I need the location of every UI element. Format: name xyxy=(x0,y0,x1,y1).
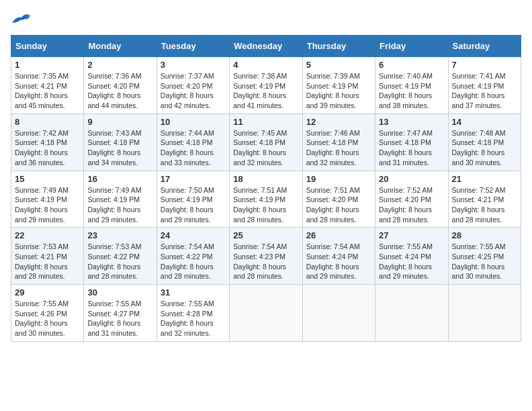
calendar-cell: 19 Sunrise: 7:51 AM Sunset: 4:20 PM Dayl… xyxy=(302,171,375,228)
calendar-cell: 2 Sunrise: 7:36 AM Sunset: 4:20 PM Dayli… xyxy=(84,57,157,114)
day-content: Sunrise: 7:39 AM Sunset: 4:19 PM Dayligh… xyxy=(306,71,371,111)
day-number: 22 xyxy=(15,230,80,240)
day-number: 10 xyxy=(161,117,226,127)
day-content: Sunrise: 7:43 AM Sunset: 4:18 PM Dayligh… xyxy=(87,128,152,168)
calendar-cell: 6 Sunrise: 7:40 AM Sunset: 4:19 PM Dayli… xyxy=(375,57,448,114)
calendar-week-row: 29 Sunrise: 7:55 AM Sunset: 4:26 PM Dayl… xyxy=(11,285,521,342)
calendar-cell xyxy=(230,285,302,342)
calendar-cell: 16 Sunrise: 7:49 AM Sunset: 4:19 PM Dayl… xyxy=(84,171,157,228)
calendar-cell: 12 Sunrise: 7:46 AM Sunset: 4:18 PM Dayl… xyxy=(302,113,375,171)
day-content: Sunrise: 7:50 AM Sunset: 4:19 PM Dayligh… xyxy=(161,185,226,225)
calendar-cell: 3 Sunrise: 7:37 AM Sunset: 4:20 PM Dayli… xyxy=(157,57,229,114)
calendar-cell xyxy=(448,285,521,342)
day-number: 19 xyxy=(306,174,371,184)
day-content: Sunrise: 7:37 AM Sunset: 4:20 PM Dayligh… xyxy=(161,71,226,111)
calendar-cell: 27 Sunrise: 7:55 AM Sunset: 4:24 PM Dayl… xyxy=(375,228,448,285)
day-number: 8 xyxy=(15,117,80,127)
day-content: Sunrise: 7:40 AM Sunset: 4:19 PM Dayligh… xyxy=(379,71,444,111)
day-number: 5 xyxy=(306,60,371,70)
calendar-cell: 14 Sunrise: 7:48 AM Sunset: 4:18 PM Dayl… xyxy=(448,113,521,171)
day-content: Sunrise: 7:55 AM Sunset: 4:27 PM Dayligh… xyxy=(87,299,152,338)
day-number: 30 xyxy=(87,287,152,298)
day-content: Sunrise: 7:55 AM Sunset: 4:25 PM Dayligh… xyxy=(452,242,517,281)
calendar-cell: 18 Sunrise: 7:51 AM Sunset: 4:19 PM Dayl… xyxy=(230,171,302,228)
day-content: Sunrise: 7:35 AM Sunset: 4:21 PM Dayligh… xyxy=(15,71,80,111)
day-content: Sunrise: 7:48 AM Sunset: 4:18 PM Dayligh… xyxy=(452,128,517,168)
day-number: 4 xyxy=(233,60,298,70)
logo-bird-icon xyxy=(11,11,32,27)
calendar-week-row: 22 Sunrise: 7:53 AM Sunset: 4:21 PM Dayl… xyxy=(11,228,521,285)
header xyxy=(11,11,521,27)
day-content: Sunrise: 7:49 AM Sunset: 4:19 PM Dayligh… xyxy=(87,185,152,225)
calendar-week-row: 1 Sunrise: 7:35 AM Sunset: 4:21 PM Dayli… xyxy=(11,57,521,114)
calendar-cell: 15 Sunrise: 7:49 AM Sunset: 4:19 PM Dayl… xyxy=(11,171,84,228)
day-number: 29 xyxy=(15,287,80,298)
calendar-cell: 4 Sunrise: 7:38 AM Sunset: 4:19 PM Dayli… xyxy=(230,57,302,114)
weekday-header-monday: Monday xyxy=(84,36,157,57)
day-content: Sunrise: 7:55 AM Sunset: 4:24 PM Dayligh… xyxy=(379,242,444,281)
day-number: 18 xyxy=(233,174,298,184)
day-number: 21 xyxy=(452,174,517,184)
day-content: Sunrise: 7:54 AM Sunset: 4:24 PM Dayligh… xyxy=(306,242,371,281)
day-content: Sunrise: 7:53 AM Sunset: 4:21 PM Dayligh… xyxy=(15,242,80,281)
day-number: 26 xyxy=(306,230,371,240)
calendar-cell: 31 Sunrise: 7:55 AM Sunset: 4:28 PM Dayl… xyxy=(157,285,229,342)
day-content: Sunrise: 7:45 AM Sunset: 4:18 PM Dayligh… xyxy=(233,128,298,168)
calendar-table: SundayMondayTuesdayWednesdayThursdayFrid… xyxy=(11,35,521,342)
day-content: Sunrise: 7:36 AM Sunset: 4:20 PM Dayligh… xyxy=(87,71,152,111)
weekday-header-friday: Friday xyxy=(375,36,448,57)
day-number: 7 xyxy=(452,60,517,70)
calendar-cell: 10 Sunrise: 7:44 AM Sunset: 4:18 PM Dayl… xyxy=(157,113,229,171)
day-number: 14 xyxy=(452,117,517,127)
day-content: Sunrise: 7:55 AM Sunset: 4:26 PM Dayligh… xyxy=(15,299,80,338)
calendar-cell: 21 Sunrise: 7:52 AM Sunset: 4:21 PM Dayl… xyxy=(448,171,521,228)
day-content: Sunrise: 7:46 AM Sunset: 4:18 PM Dayligh… xyxy=(306,128,371,168)
day-content: Sunrise: 7:44 AM Sunset: 4:18 PM Dayligh… xyxy=(161,128,226,168)
calendar-cell: 24 Sunrise: 7:54 AM Sunset: 4:22 PM Dayl… xyxy=(157,228,229,285)
weekday-header-saturday: Saturday xyxy=(448,36,521,57)
day-content: Sunrise: 7:51 AM Sunset: 4:20 PM Dayligh… xyxy=(306,185,371,225)
calendar-week-row: 8 Sunrise: 7:42 AM Sunset: 4:18 PM Dayli… xyxy=(11,113,521,171)
day-number: 28 xyxy=(452,230,517,240)
calendar-cell: 20 Sunrise: 7:52 AM Sunset: 4:20 PM Dayl… xyxy=(375,171,448,228)
calendar-cell: 5 Sunrise: 7:39 AM Sunset: 4:19 PM Dayli… xyxy=(302,57,375,114)
calendar-week-row: 15 Sunrise: 7:49 AM Sunset: 4:19 PM Dayl… xyxy=(11,171,521,228)
day-content: Sunrise: 7:41 AM Sunset: 4:19 PM Dayligh… xyxy=(452,71,517,111)
day-content: Sunrise: 7:38 AM Sunset: 4:19 PM Dayligh… xyxy=(233,71,298,111)
calendar-cell: 23 Sunrise: 7:53 AM Sunset: 4:22 PM Dayl… xyxy=(84,228,157,285)
day-content: Sunrise: 7:47 AM Sunset: 4:18 PM Dayligh… xyxy=(379,128,444,168)
day-content: Sunrise: 7:42 AM Sunset: 4:18 PM Dayligh… xyxy=(15,128,80,168)
day-content: Sunrise: 7:49 AM Sunset: 4:19 PM Dayligh… xyxy=(15,185,80,225)
calendar-cell: 11 Sunrise: 7:45 AM Sunset: 4:18 PM Dayl… xyxy=(230,113,302,171)
calendar-cell xyxy=(302,285,375,342)
day-number: 12 xyxy=(306,117,371,127)
day-number: 16 xyxy=(87,174,152,184)
calendar-cell: 22 Sunrise: 7:53 AM Sunset: 4:21 PM Dayl… xyxy=(11,228,84,285)
day-content: Sunrise: 7:52 AM Sunset: 4:21 PM Dayligh… xyxy=(452,185,517,225)
calendar-cell: 1 Sunrise: 7:35 AM Sunset: 4:21 PM Dayli… xyxy=(11,57,84,114)
day-number: 31 xyxy=(161,287,226,298)
calendar-cell: 29 Sunrise: 7:55 AM Sunset: 4:26 PM Dayl… xyxy=(11,285,84,342)
calendar-cell: 8 Sunrise: 7:42 AM Sunset: 4:18 PM Dayli… xyxy=(11,113,84,171)
day-number: 20 xyxy=(379,174,444,184)
weekday-header-wednesday: Wednesday xyxy=(230,36,302,57)
day-content: Sunrise: 7:54 AM Sunset: 4:23 PM Dayligh… xyxy=(233,242,298,281)
weekday-header-sunday: Sunday xyxy=(11,36,84,57)
day-content: Sunrise: 7:52 AM Sunset: 4:20 PM Dayligh… xyxy=(379,185,444,225)
day-number: 15 xyxy=(15,174,80,184)
day-number: 6 xyxy=(379,60,444,70)
day-number: 17 xyxy=(161,174,226,184)
calendar-cell: 17 Sunrise: 7:50 AM Sunset: 4:19 PM Dayl… xyxy=(157,171,229,228)
day-number: 23 xyxy=(87,230,152,240)
calendar-cell: 7 Sunrise: 7:41 AM Sunset: 4:19 PM Dayli… xyxy=(448,57,521,114)
weekday-header-tuesday: Tuesday xyxy=(157,36,229,57)
day-number: 1 xyxy=(15,60,80,70)
day-content: Sunrise: 7:54 AM Sunset: 4:22 PM Dayligh… xyxy=(161,242,226,281)
calendar-cell: 26 Sunrise: 7:54 AM Sunset: 4:24 PM Dayl… xyxy=(302,228,375,285)
day-number: 27 xyxy=(379,230,444,240)
weekday-header-row: SundayMondayTuesdayWednesdayThursdayFrid… xyxy=(11,36,521,57)
day-number: 13 xyxy=(379,117,444,127)
day-number: 25 xyxy=(233,230,298,240)
calendar-cell: 13 Sunrise: 7:47 AM Sunset: 4:18 PM Dayl… xyxy=(375,113,448,171)
calendar-cell: 25 Sunrise: 7:54 AM Sunset: 4:23 PM Dayl… xyxy=(230,228,302,285)
